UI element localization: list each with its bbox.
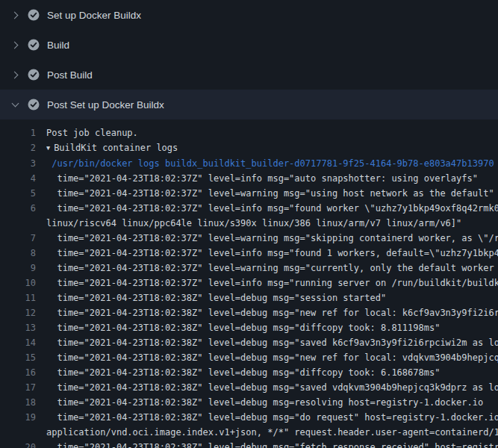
- log-line: 13 time="2021-04-23T18:02:38Z" level=deb…: [0, 320, 498, 335]
- log-line-text: time="2021-04-23T18:02:38Z" level=debug …: [42, 350, 498, 365]
- log-text: time="2021-04-23T18:02:37Z" level=warnin…: [46, 231, 498, 246]
- log-line: 19 time="2021-04-23T18:02:38Z" level=deb…: [0, 410, 498, 440]
- log-text: time="2021-04-23T18:02:37Z" level=info m…: [46, 201, 498, 216]
- log-line: 6 time="2021-04-23T18:02:37Z" level=info…: [0, 201, 498, 231]
- section-header-0[interactable]: Set up Docker Buildx: [0, 0, 498, 30]
- log-line-number[interactable]: 20: [0, 440, 42, 448]
- log-line: 9 time="2021-04-23T18:02:37Z" level=warn…: [0, 261, 498, 276]
- log-line-text: time="2021-04-23T18:02:37Z" level=info m…: [42, 201, 498, 231]
- log-line-number[interactable]: 19: [0, 410, 42, 425]
- log-line-number[interactable]: 10: [0, 276, 42, 290]
- log-lines: 1 Post job cleanup. 2 ▼BuildKit containe…: [0, 125, 498, 448]
- log-line-text: time="2021-04-23T18:02:37Z" level=warnin…: [42, 261, 498, 276]
- log-line-number[interactable]: 13: [0, 320, 42, 335]
- chevron-icon: [9, 9, 21, 21]
- log-line: 17 time="2021-04-23T18:02:38Z" level=deb…: [0, 380, 498, 395]
- section-label: Post Build: [47, 69, 93, 81]
- log-text: time="2021-04-23T18:02:38Z" level=debug …: [46, 410, 498, 425]
- log-text: time="2021-04-23T18:02:38Z" level=debug …: [46, 395, 498, 410]
- log-line-text: time="2021-04-23T18:02:37Z" level=warnin…: [42, 186, 498, 201]
- log-line-text: time="2021-04-23T18:02:38Z" level=debug …: [42, 290, 498, 305]
- log-text: time="2021-04-23T18:02:37Z" level=info m…: [46, 171, 498, 186]
- workflow-log-viewer: Set up Docker Buildx Build Post Build: [0, 0, 498, 448]
- log-line-text: ▼BuildKit container logs: [42, 140, 498, 156]
- chevron-icon: [9, 69, 21, 81]
- log-line-number[interactable]: 14: [0, 335, 42, 350]
- log-line-number[interactable]: 16: [0, 365, 42, 380]
- log-line: 16 time="2021-04-23T18:02:38Z" level=deb…: [0, 365, 498, 380]
- log-text: time="2021-04-23T18:02:37Z" level=warnin…: [46, 261, 498, 276]
- log-line-number[interactable]: 18: [0, 395, 42, 410]
- log-line-text: time="2021-04-23T18:02:38Z" level=debug …: [42, 410, 498, 440]
- log-line-text: time="2021-04-23T18:02:38Z" level=debug …: [42, 335, 498, 350]
- log-line-text: /usr/bin/docker logs buildx_buildkit_bui…: [42, 156, 498, 171]
- log-line-text: time="2021-04-23T18:02:37Z" level=info m…: [42, 276, 498, 290]
- check-circle-icon: [28, 39, 40, 51]
- log-line-text: time="2021-04-23T18:02:37Z" level=warnin…: [42, 231, 498, 246]
- section-label: Build: [47, 40, 69, 51]
- log-line-continuation: application/vnd.oci.image.index.v1+json,…: [46, 425, 498, 440]
- log-line: 8 time="2021-04-23T18:02:37Z" level=info…: [0, 246, 498, 261]
- log-text: time="2021-04-23T18:02:38Z" level=debug …: [46, 290, 498, 305]
- log-line-number[interactable]: 3: [0, 156, 42, 171]
- chevron-icon: [9, 99, 21, 111]
- log-line: 3 /usr/bin/docker logs buildx_buildkit_b…: [0, 156, 498, 171]
- log-line: 1 Post job cleanup.: [0, 125, 498, 140]
- log-container: 1 Post job cleanup. 2 ▼BuildKit containe…: [0, 119, 498, 448]
- log-line: 12 time="2021-04-23T18:02:38Z" level=deb…: [0, 305, 498, 320]
- section-label: Post Set up Docker Buildx: [47, 99, 164, 111]
- log-line: 15 time="2021-04-23T18:02:38Z" level=deb…: [0, 350, 498, 365]
- log-line-continuation: linux/riscv64 linux/ppc64le linux/s390x …: [46, 216, 498, 231]
- log-line-number[interactable]: 15: [0, 350, 42, 365]
- log-line-text: time="2021-04-23T18:02:37Z" level=info m…: [42, 171, 498, 186]
- section-header-1[interactable]: Build: [0, 30, 498, 60]
- section-label: Set up Docker Buildx: [47, 10, 141, 21]
- log-line: 20 time="2021-04-23T18:02:38Z" level=deb…: [0, 440, 498, 448]
- log-text: time="2021-04-23T18:02:37Z" level=warnin…: [46, 186, 498, 201]
- log-line-number[interactable]: 2: [0, 140, 42, 155]
- group-line[interactable]: ▼BuildKit container logs: [46, 140, 498, 156]
- group-toggle-icon[interactable]: ▼: [46, 140, 50, 155]
- sections: Set up Docker Buildx Build Post Build: [0, 0, 498, 119]
- log-line-number[interactable]: 17: [0, 380, 42, 395]
- log-line-text: time="2021-04-23T18:02:37Z" level=info m…: [42, 246, 498, 261]
- log-line: 14 time="2021-04-23T18:02:38Z" level=deb…: [0, 335, 498, 350]
- log-line-number[interactable]: 4: [0, 171, 42, 186]
- log-line-text: time="2021-04-23T18:02:38Z" level=debug …: [42, 395, 498, 410]
- log-text: time="2021-04-23T18:02:38Z" level=debug …: [46, 305, 498, 320]
- log-line-text: time="2021-04-23T18:02:38Z" level=debug …: [42, 440, 498, 448]
- log-line-number[interactable]: 12: [0, 305, 42, 320]
- log-text: time="2021-04-23T18:02:37Z" level=info m…: [46, 276, 498, 290]
- log-line: 10 time="2021-04-23T18:02:37Z" level=inf…: [0, 276, 498, 290]
- log-line: 4 time="2021-04-23T18:02:37Z" level=info…: [0, 171, 498, 186]
- log-text: time="2021-04-23T18:02:38Z" level=debug …: [46, 440, 498, 448]
- log-line: 7 time="2021-04-23T18:02:37Z" level=warn…: [0, 231, 498, 246]
- log-line-number[interactable]: 11: [0, 290, 42, 305]
- log-line-number[interactable]: 6: [0, 201, 42, 216]
- log-line: 2 ▼BuildKit container logs: [0, 140, 498, 156]
- log-line-text: time="2021-04-23T18:02:38Z" level=debug …: [42, 380, 498, 395]
- log-text: time="2021-04-23T18:02:38Z" level=debug …: [46, 320, 498, 335]
- section-header-2[interactable]: Post Build: [0, 60, 498, 90]
- log-text: time="2021-04-23T18:02:38Z" level=debug …: [46, 335, 498, 350]
- log-text: time="2021-04-23T18:02:38Z" level=debug …: [46, 350, 498, 365]
- log-line-number[interactable]: 8: [0, 246, 42, 261]
- log-text: time="2021-04-23T18:02:38Z" level=debug …: [46, 365, 498, 380]
- section-header-3[interactable]: Post Set up Docker Buildx: [0, 90, 498, 119]
- log-line-number[interactable]: 7: [0, 231, 42, 246]
- log-text: time="2021-04-23T18:02:38Z" level=debug …: [46, 380, 498, 395]
- log-line-text: time="2021-04-23T18:02:38Z" level=debug …: [42, 365, 498, 380]
- log-line: 5 time="2021-04-23T18:02:37Z" level=warn…: [0, 186, 498, 201]
- log-text: Post job cleanup.: [46, 125, 498, 140]
- log-line-text: time="2021-04-23T18:02:38Z" level=debug …: [42, 320, 498, 335]
- log-line-number[interactable]: 5: [0, 186, 42, 201]
- chevron-icon: [9, 39, 21, 51]
- check-circle-icon: [28, 69, 40, 81]
- log-line: 11 time="2021-04-23T18:02:38Z" level=deb…: [0, 290, 498, 305]
- command-line[interactable]: /usr/bin/docker logs buildx_buildkit_bui…: [46, 156, 498, 171]
- check-circle-icon: [28, 99, 40, 111]
- check-circle-icon: [28, 9, 40, 21]
- log-line-number[interactable]: 9: [0, 261, 42, 276]
- log-line-number[interactable]: 1: [0, 125, 42, 140]
- log-line-text: time="2021-04-23T18:02:38Z" level=debug …: [42, 305, 498, 320]
